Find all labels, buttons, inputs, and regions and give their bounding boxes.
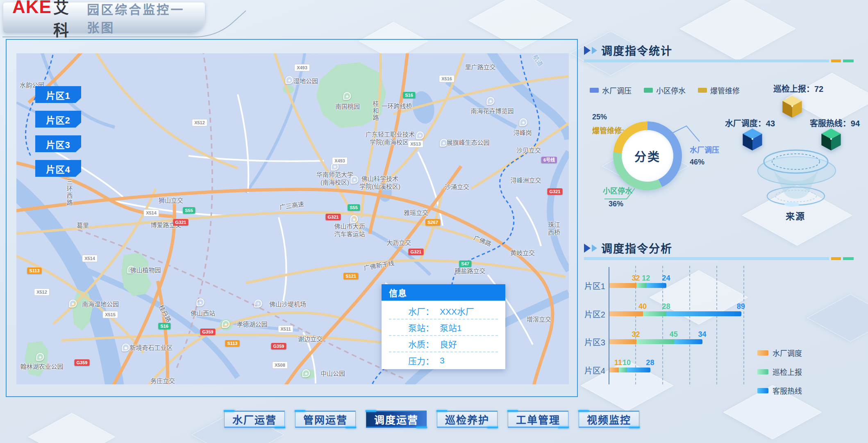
map-label: 佛山市大沥 汽车客运站 <box>334 223 365 238</box>
map-label: 展旗峰生态公园 <box>446 139 489 147</box>
bar-value: 24 <box>662 274 670 283</box>
popup-row: 泵站：泵站1 <box>389 320 498 336</box>
bar-segment-巡检上报 <box>636 339 674 344</box>
map-info-popup: 信息 水厂：XXX水厂泵站：泵站1水质：良好压力：3 <box>382 284 505 369</box>
hologram-disc <box>748 139 846 212</box>
map-label: 务庄立交 <box>150 377 175 384</box>
road-shield: S55 <box>183 207 195 214</box>
road-shield: X512 <box>192 119 207 126</box>
nav-tab-4[interactable]: 巡检养护 <box>437 411 498 428</box>
map-label: 珠江西桥 <box>547 221 561 237</box>
map-label: 里广路立交 <box>465 64 495 71</box>
bar-row[interactable] <box>609 311 741 316</box>
map-label: 大沥立交 <box>386 239 411 247</box>
map-label: 佛山沙堤机场 <box>269 301 306 308</box>
road-shield: 6号线 <box>541 157 557 163</box>
map-label: 一环跨线桥 <box>381 103 412 110</box>
chart-gridline <box>689 266 690 384</box>
road-shield: X515 <box>102 311 118 318</box>
bar-value: 89 <box>737 302 745 311</box>
map-label: 谢边立交 <box>298 336 323 343</box>
map-label: 佛山植物园 <box>130 267 161 274</box>
panel-arrow-icon <box>592 244 597 252</box>
cube-icon-inspection <box>782 95 803 119</box>
popup-row-label: 水质： <box>389 338 434 350</box>
road-shield: X513 <box>408 140 423 148</box>
popup-row-value: 泵站1 <box>440 321 462 333</box>
bar-row[interactable] <box>609 339 702 344</box>
zone-button[interactable]: 片区1 <box>35 86 81 103</box>
donut-chart[interactable]: 分类 <box>613 121 682 190</box>
bar-row-label: 片区2 <box>584 308 605 320</box>
map[interactable]: ♣♣♣♣♣♣♣♣♣♣★★★■✈●◆ 水韵公园白藤岗三环西路一环跨线桥湿地公园南国… <box>16 53 569 384</box>
bar-row[interactable] <box>609 368 650 372</box>
bar-value: 11 <box>614 359 622 367</box>
bar-value: 32 <box>632 330 640 339</box>
legend-swatch <box>757 388 768 393</box>
legend-swatch <box>590 88 599 93</box>
road-shield: X514 <box>82 255 98 262</box>
road-shield: S47 <box>459 260 471 267</box>
donut-callout-burst: 25% 爆管维修 <box>592 113 622 135</box>
popup-row: 压力：3 <box>389 352 498 369</box>
zone-button[interactable]: 片区3 <box>35 135 81 152</box>
panel-arrow-icon <box>592 47 597 54</box>
bar-segment-客服热线 <box>666 311 741 316</box>
bar-segment-客服热线 <box>627 368 650 372</box>
bar-segment-客服热线 <box>674 339 703 344</box>
legend-swatch <box>757 350 768 356</box>
map-label: 沙涌立交 <box>445 183 469 191</box>
bar-segment-客服热线 <box>646 283 666 288</box>
map-label: 黄岐立交 <box>510 249 535 257</box>
bar-value: 45 <box>670 330 678 339</box>
stats-panel-title: 调度指令统计 <box>601 42 673 58</box>
donut-slice-label: 水厂调压 <box>690 144 719 155</box>
analysis-separator <box>584 257 854 260</box>
bar-row-label: 片区3 <box>584 336 605 348</box>
road-shield: G359 <box>200 329 216 335</box>
bar-row-label: 片区1 <box>584 280 605 292</box>
nav-tab-6[interactable]: 视频监控 <box>579 411 639 428</box>
road-shield: G321 <box>409 249 424 255</box>
sources-caption: 来源 <box>786 209 805 222</box>
legend-swatch <box>698 88 707 93</box>
map-label: 广佛路 <box>473 234 493 248</box>
panel-arrow-icon <box>584 244 591 253</box>
bar-segment-巡检上报 <box>619 368 627 372</box>
zone-button[interactable]: 片区4 <box>35 160 81 177</box>
zone-button[interactable]: 片区2 <box>35 111 81 128</box>
bottom-nav: 水厂运营管网运营调度运营巡检养护工单管理视频监控 <box>224 411 639 428</box>
stats-separator <box>584 59 854 62</box>
road-shield: S113 <box>225 340 239 347</box>
nav-tab-2[interactable]: 管网运营 <box>295 411 356 428</box>
road-shield: X512 <box>34 288 50 296</box>
road-shield: X493 <box>294 64 310 71</box>
stat-plant-dispatch: 水厂调度：43 <box>725 117 775 129</box>
legend-item: 水厂调度 <box>757 347 802 358</box>
logo-suffix: 艾科 <box>53 0 76 40</box>
popup-row-label: 压力： <box>389 354 434 367</box>
donut-pct: 36% <box>609 200 632 208</box>
road-shield: S121 <box>343 273 358 279</box>
map-label: 华南师范大学 (南海校区) <box>316 171 353 187</box>
bar-segment-巡检上报 <box>643 311 666 316</box>
legend-item: 客服热线 <box>757 385 802 396</box>
map-label: 广东轻工职业技术 学院(南海校区) <box>366 131 415 146</box>
map-label: 佛山西站 <box>191 310 215 317</box>
donut-pct: 46% <box>690 158 704 166</box>
legend-label: 客服热线 <box>773 385 802 396</box>
legend-swatch <box>644 88 653 93</box>
map-label: 南国桃园 <box>335 103 360 111</box>
nav-tab-1[interactable]: 水厂运营 <box>224 411 285 428</box>
analysis-panel-header: 调度指令分析 <box>584 240 673 256</box>
stats-panel-header: 调度指令统计 <box>584 42 673 58</box>
bar-segment-水厂调度 <box>609 311 643 316</box>
chart-gridline <box>743 266 744 384</box>
stacked-bar-chart[interactable]: 水厂调度巡检上报客服热线 片区1321224片区2402889片区3324534… <box>584 264 854 391</box>
bar-row[interactable] <box>609 283 666 288</box>
map-label: 新境奇石工业区 <box>130 344 173 352</box>
nav-tab-5[interactable]: 工单管理 <box>508 411 568 428</box>
nav-tab-3[interactable]: 调度运营 <box>366 411 427 428</box>
popup-title: 信息 <box>382 284 505 301</box>
popup-row-label: 水厂： <box>389 305 434 317</box>
